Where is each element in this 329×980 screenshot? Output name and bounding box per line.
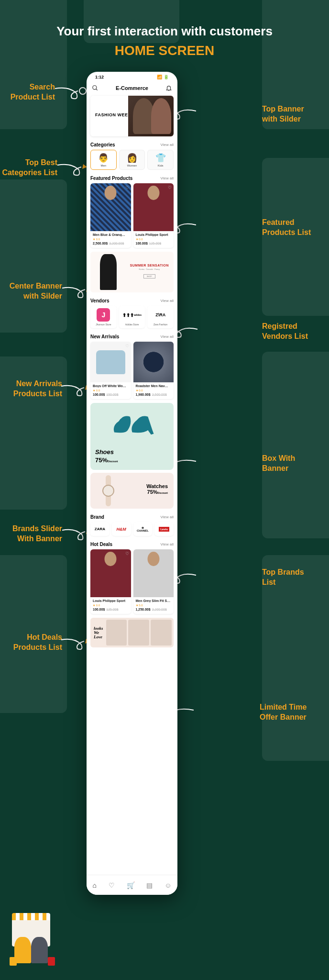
- brand-levis[interactable]: Levis: [154, 522, 174, 536]
- center-banner[interactable]: SUMMER SENSATION Kurtas · Casuals · Fanc…: [90, 252, 174, 292]
- nav-orders-icon[interactable]: ▤: [146, 881, 153, 889]
- header-title: E-Commerce: [116, 85, 148, 91]
- heart-icon[interactable]: ♡: [125, 344, 129, 348]
- annotation-top-brands: Top BrandsList: [262, 568, 319, 588]
- annotation-brands-banner: Brands SliderWith Banner: [0, 524, 62, 544]
- heart-icon[interactable]: ♡: [125, 551, 129, 556]
- category-kids[interactable]: 👕Kids: [147, 150, 174, 170]
- annotation-featured: FeaturedProducts List: [262, 218, 319, 238]
- view-all-vendors[interactable]: View all: [161, 299, 174, 303]
- heart-icon[interactable]: ♡: [125, 185, 129, 190]
- annotation-vendors: RegistredVendors List: [262, 322, 319, 342]
- view-all-new-arrivals[interactable]: View all: [161, 334, 174, 339]
- featured-product-0[interactable]: ♡ Men Blue & Orang… ★ 0.0 2,500.00$3,200…: [90, 183, 131, 248]
- page-title: Your first interaction with customers: [0, 24, 329, 39]
- nav-favorites-icon[interactable]: ♡: [109, 881, 115, 889]
- section-vendors: Vendors: [90, 298, 109, 303]
- bottom-nav: ⌂ ♡ 🛒 ▤ ☺: [87, 875, 177, 895]
- vendor-0[interactable]: JJhonson Store: [90, 306, 117, 328]
- phone-home-screen: 1:12 📶🔋 E-Commerce FASHION WEEK Categori…: [87, 72, 177, 895]
- view-all-brand[interactable]: View all: [161, 515, 174, 519]
- category-men[interactable]: 👨Men: [90, 150, 117, 170]
- search-icon[interactable]: [91, 84, 99, 92]
- featured-product-1[interactable]: ♡ Louis Philippe Sport ★ 0.0 100.00$125.…: [133, 183, 174, 248]
- hot-deal-0[interactable]: ♡ Louis Philippe Sport ★ 0.0 100.00$125.…: [90, 549, 131, 614]
- annotation-limited: Limited TimeOffer Banner: [260, 702, 322, 723]
- annotation-categories: Top BestCategories List: [0, 158, 57, 178]
- section-featured: Featured Products: [90, 176, 132, 181]
- section-categories: Categories: [90, 142, 115, 147]
- status-icons: 📶🔋: [155, 75, 169, 79]
- vendor-1[interactable]: ⬆⬆⬆adidasAdidas Store: [119, 306, 145, 328]
- annotation-new-arrivals: New ArrivalsProducts List: [2, 379, 62, 399]
- annotation-top-banner: Top Bannerwith Silder: [262, 104, 319, 124]
- status-time: 1:12: [95, 75, 104, 79]
- nav-cart-icon[interactable]: 🛒: [127, 881, 135, 889]
- section-brand: Brand: [90, 514, 104, 520]
- brand-zara[interactable]: ZARA: [90, 522, 110, 536]
- nav-profile-icon[interactable]: ☺: [164, 881, 171, 889]
- heart-icon[interactable]: ♡: [168, 185, 172, 190]
- view-all-featured[interactable]: View all: [161, 176, 174, 180]
- arrival-product-1[interactable]: Roadster Men Nav… ★ 0.0 1,980.00$2,500.0…: [133, 342, 174, 399]
- page-subtitle: HOME SCREEN: [0, 43, 329, 58]
- bell-icon[interactable]: [165, 84, 173, 92]
- shoes-banner[interactable]: Shoes 75%Discount: [90, 403, 174, 470]
- view-all-categories[interactable]: View all: [161, 143, 174, 147]
- top-banner-label: FASHION WEEK: [95, 112, 132, 117]
- status-bar: 1:12 📶🔋: [90, 72, 174, 82]
- watches-banner[interactable]: Watches 75%Discount: [90, 473, 174, 509]
- section-new-arrivals: New Arrivals: [90, 334, 119, 339]
- shop-illustration: [7, 908, 65, 966]
- heart-icon[interactable]: ♡: [168, 551, 172, 556]
- annotation-hot-deals: Hot DealsProducts List: [2, 633, 62, 653]
- annotation-center-banner: Center Bannerwith Silder: [0, 281, 62, 301]
- arrival-product-0[interactable]: ♡ Boys Off White Wo… ★ 0.0 100.00$150.00…: [90, 342, 131, 399]
- annotation-box-banner: Box WithBanner: [262, 454, 319, 474]
- shop-button[interactable]: SHOP: [143, 274, 155, 278]
- vendor-2[interactable]: Z\RAZara Fashion: [147, 306, 174, 328]
- svg-point-12: [93, 86, 97, 89]
- brand-chanel[interactable]: ⊗CHANEL: [133, 522, 153, 536]
- top-banner[interactable]: FASHION WEEK: [90, 96, 174, 136]
- section-hot-deals: Hot Deals: [90, 542, 112, 547]
- hot-deal-1[interactable]: ♡ Men Grey Slim Fit S… ★ 5.0 1,250.00$2,…: [133, 549, 174, 614]
- brand-hm[interactable]: H&M: [112, 522, 131, 536]
- category-women[interactable]: 👩Women: [119, 150, 145, 170]
- limited-time-banner[interactable]: looksWeLove: [90, 618, 174, 647]
- view-all-hot-deals[interactable]: View all: [161, 542, 174, 546]
- annotation-search: SearchProduct List: [2, 82, 55, 102]
- nav-home-icon[interactable]: ⌂: [92, 881, 96, 889]
